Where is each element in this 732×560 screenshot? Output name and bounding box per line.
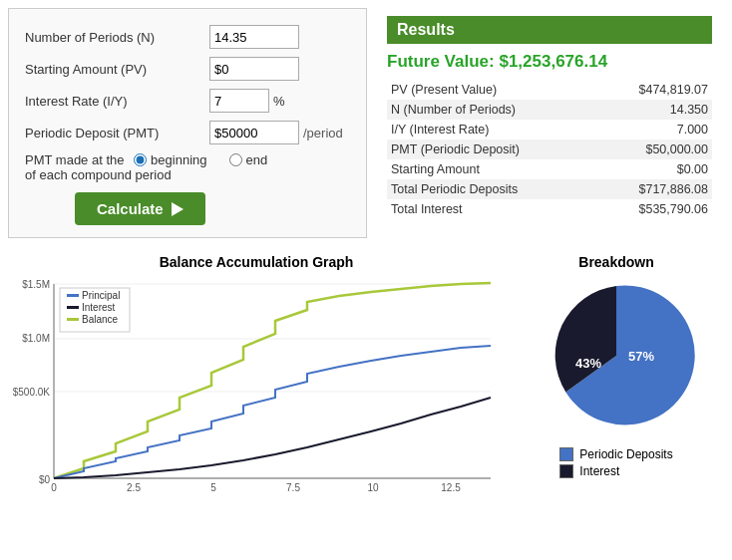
svg-rect-16 <box>67 294 79 297</box>
results-row: Total Interest$535,790.06 <box>387 199 712 219</box>
legend-item-interest: Interest <box>559 464 672 478</box>
svg-text:5: 5 <box>210 482 216 493</box>
results-row: PV (Present Value)$474,819.07 <box>387 80 712 100</box>
interest-color <box>559 464 573 478</box>
pie-area: Breakdown 57% 43% Periodic Deposits <box>509 246 728 501</box>
svg-text:$500.0K: $500.0K <box>13 387 51 398</box>
svg-rect-18 <box>67 306 79 309</box>
result-value: $717,886.08 <box>594 179 712 199</box>
pmt-timing-row: PMT made at the beginning end of each co… <box>25 152 350 182</box>
rate-label: Interest Rate (I/Y) <box>25 94 209 109</box>
pmt-input[interactable] <box>209 121 299 144</box>
svg-text:Principal: Principal <box>82 290 120 301</box>
result-value: $50,000.00 <box>594 140 712 159</box>
results-row: I/Y (Interest Rate)7.000 <box>387 120 712 140</box>
pie-legend: Periodic Deposits Interest <box>559 447 672 481</box>
pmt-timing-label: PMT made at the <box>25 152 124 167</box>
future-value-amount: $1,253,676.14 <box>499 52 607 71</box>
pie-chart: 57% 43% <box>537 276 696 435</box>
svg-text:2.5: 2.5 <box>127 482 141 493</box>
result-value: 7.000 <box>594 120 712 140</box>
svg-text:0: 0 <box>51 482 57 493</box>
end-radio[interactable] <box>229 153 242 166</box>
calculate-button[interactable]: Calculate <box>75 192 205 225</box>
pmt-label: Periodic Deposit (PMT) <box>25 126 209 140</box>
deposits-label: Periodic Deposits <box>579 447 672 461</box>
legend-item-deposits: Periodic Deposits <box>559 447 672 461</box>
beginning-option[interactable]: beginning <box>134 152 212 167</box>
results-row: N (Number of Periods)14.350 <box>387 100 712 120</box>
pmt-timing-options: beginning end <box>134 152 283 167</box>
svg-text:Interest: Interest <box>82 302 116 313</box>
rate-row: Interest Rate (I/Y) % <box>25 89 350 113</box>
periods-label: Number of Periods (N) <box>25 30 209 45</box>
chart-area: Balance Accumulation Graph $1.5M $1.0M $… <box>0 246 509 501</box>
result-label: N (Number of Periods) <box>387 100 594 120</box>
pie-container: 57% 43% Periodic Deposits Interest <box>513 276 720 481</box>
percent-symbol: % <box>273 94 285 109</box>
result-label: Total Periodic Deposits <box>387 179 594 199</box>
svg-text:43%: 43% <box>575 356 601 371</box>
beginning-radio[interactable] <box>134 153 147 166</box>
svg-rect-20 <box>67 318 79 321</box>
chart-container: $1.5M $1.0M $500.0K $0 0 2.5 5 7.5 10 12… <box>12 274 501 493</box>
result-label: PV (Present Value) <box>387 80 594 100</box>
future-value-label: Future Value: <box>387 52 495 71</box>
beginning-label: beginning <box>151 152 206 167</box>
svg-text:$1.0M: $1.0M <box>22 333 50 344</box>
deposits-color <box>559 447 573 461</box>
svg-text:7.5: 7.5 <box>286 482 300 493</box>
result-label: Total Interest <box>387 199 594 219</box>
result-value: $0.00 <box>594 159 712 179</box>
interest-label: Interest <box>579 464 619 478</box>
results-row: Total Periodic Deposits$717,886.08 <box>387 179 712 199</box>
end-label: end <box>246 152 268 167</box>
pv-label: Starting Amount (PV) <box>25 62 209 77</box>
svg-text:57%: 57% <box>628 349 654 364</box>
result-label: PMT (Periodic Deposit) <box>387 140 594 159</box>
periods-input[interactable] <box>209 25 299 49</box>
result-value: 14.350 <box>594 100 712 120</box>
pv-row: Starting Amount (PV) <box>25 57 350 81</box>
svg-text:12.5: 12.5 <box>441 482 461 493</box>
results-table: PV (Present Value)$474,819.07N (Number o… <box>387 80 712 219</box>
svg-text:$0: $0 <box>39 474 51 485</box>
svg-text:10: 10 <box>367 482 379 493</box>
results-row: PMT (Periodic Deposit)$50,000.00 <box>387 140 712 159</box>
results-panel: Results Future Value: $1,253,676.14 PV (… <box>375 8 724 238</box>
result-label: Starting Amount <box>387 159 594 179</box>
future-value-row: Future Value: $1,253,676.14 <box>387 52 712 72</box>
rate-input[interactable] <box>209 89 269 113</box>
results-header: Results <box>387 16 712 44</box>
pie-title: Breakdown <box>513 254 720 270</box>
per-period-label: /period <box>303 126 343 140</box>
result-value: $535,790.06 <box>594 199 712 219</box>
play-icon <box>172 202 183 216</box>
compound-label: of each compound period <box>25 167 172 182</box>
end-option[interactable]: end <box>229 152 274 167</box>
calculate-label: Calculate <box>97 200 164 217</box>
svg-text:Balance: Balance <box>82 314 119 325</box>
pv-input[interactable] <box>209 57 299 81</box>
result-label: I/Y (Interest Rate) <box>387 120 594 140</box>
input-panel: Number of Periods (N) Starting Amount (P… <box>8 8 367 238</box>
result-value: $474,819.07 <box>594 80 712 100</box>
periods-row: Number of Periods (N) <box>25 25 350 49</box>
chart-title: Balance Accumulation Graph <box>12 254 501 270</box>
results-row: Starting Amount$0.00 <box>387 159 712 179</box>
balance-chart: $1.5M $1.0M $500.0K $0 0 2.5 5 7.5 10 12… <box>12 274 501 493</box>
svg-text:$1.5M: $1.5M <box>22 279 50 290</box>
pmt-row: Periodic Deposit (PMT) /period <box>25 121 350 144</box>
